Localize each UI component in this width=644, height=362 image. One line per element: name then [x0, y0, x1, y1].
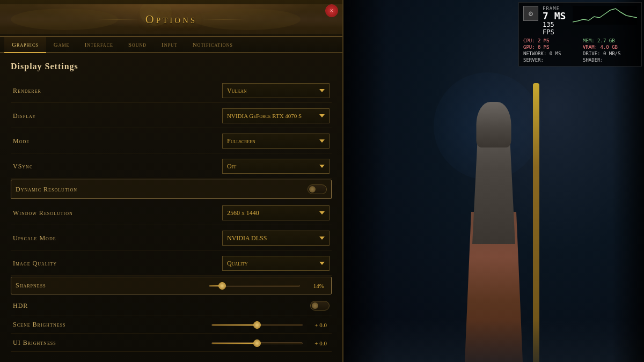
mode-arrow — [319, 139, 325, 143]
toggle-knob-hdr — [312, 302, 318, 309]
image-quality-value: Quality — [227, 260, 315, 268]
mode-dropdown[interactable]: Fullscreen — [222, 134, 330, 149]
sharpness-slider-track[interactable] — [209, 285, 300, 287]
window-resolution-label: Window Resolution — [13, 209, 99, 217]
hdr-label: HDR — [13, 302, 99, 310]
sharpness-slider-container: 14% — [209, 283, 327, 289]
dynamic-resolution-toggle[interactable] — [308, 184, 327, 194]
ui-brightness-label: UI Brightness — [13, 339, 99, 347]
display-arrow — [319, 114, 325, 117]
window-resolution-value: 2560 x 1440 — [227, 209, 315, 217]
hdr-row: HDR — [11, 297, 332, 315]
stat-gpu: GPU: 6 MS — [523, 45, 577, 50]
frame-graph — [573, 6, 637, 25]
sharpness-value: 14% — [305, 283, 324, 289]
tab-graphics[interactable]: Graphics — [4, 37, 46, 53]
renderer-value: Vulkan — [227, 87, 315, 95]
dynamic-resolution-label: Dynamic Resolution — [16, 186, 101, 194]
character-figure — [445, 51, 542, 362]
image-quality-label: Image Quality — [13, 260, 99, 268]
stat-vram: VRAM: 4.0 GB — [583, 45, 637, 50]
display-value: NVIDIA GeForce RTX 4070 S — [227, 113, 315, 119]
mode-row: Mode Fullscreen — [11, 129, 332, 153]
title-line-left — [97, 19, 140, 19]
tab-game[interactable]: Game — [46, 37, 77, 53]
image-quality-arrow — [319, 262, 325, 265]
settings-scroll[interactable]: Display Settings Renderer Vulkan Display… — [0, 53, 342, 356]
renderer-dropdown[interactable]: Vulkan — [222, 83, 330, 98]
panel-header: Options × — [0, 0, 342, 37]
scene-brightness-slider-container: + 0.0 — [211, 322, 330, 328]
vsync-arrow — [319, 165, 325, 168]
ui-brightness-row: UI Brightness + 0.0 — [11, 335, 332, 352]
dynamic-resolution-row: Dynamic Resolution — [11, 180, 332, 199]
tree-left — [343, 0, 386, 362]
title-line-right — [202, 19, 245, 19]
ui-brightness-slider-container: + 0.0 — [211, 340, 330, 346]
upscale-mode-label: Upscale Mode — [13, 234, 99, 242]
tab-input[interactable]: Input — [154, 37, 185, 53]
upscale-mode-dropdown[interactable]: NVIDIA DLSS — [222, 231, 330, 246]
sharpness-label: Sharpness — [16, 282, 101, 290]
ui-brightness-value: + 0.0 — [308, 340, 327, 346]
performance-overlay: ⚙ FRAME 7 MS 135 FPS CPU: 2 MS MEM: 2.7 … — [518, 2, 642, 67]
frame-stats: FRAME 7 MS 135 FPS — [543, 6, 568, 36]
frame-fps: 135 FPS — [543, 21, 568, 36]
sharpness-slider-thumb[interactable] — [218, 282, 226, 290]
scene-brightness-fill — [212, 324, 257, 326]
renderer-arrow — [319, 89, 325, 92]
window-resolution-row: Window Resolution 2560 x 1440 — [11, 201, 332, 225]
toggle-knob-dynamic — [309, 186, 316, 193]
window-resolution-arrow — [319, 211, 325, 215]
scene-brightness-label: Scene Brightness — [13, 321, 99, 329]
ui-brightness-slider-track[interactable] — [211, 342, 303, 344]
frame-ms: 7 MS — [543, 11, 568, 21]
tab-sound[interactable]: Sound — [121, 37, 154, 53]
display-dropdown[interactable]: NVIDIA GeForce RTX 4070 S — [222, 108, 330, 123]
gear-icon[interactable]: ⚙ — [523, 6, 538, 21]
window-resolution-dropdown[interactable]: 2560 x 1440 — [222, 205, 330, 220]
upscale-mode-value: NVIDIA DLSS — [227, 234, 315, 242]
panel-title: Options — [145, 12, 197, 26]
display-settings-title: Display Settings — [11, 62, 332, 71]
sharpness-row: Sharpness 14% — [11, 277, 332, 294]
ground-fog — [343, 319, 644, 362]
stat-network: NETWORK: 0 MS — [523, 51, 577, 56]
options-panel: Options × Graphics Game Interface Sound … — [0, 0, 343, 362]
scene-brightness-slider-track[interactable] — [211, 324, 303, 326]
svg-rect-0 — [573, 6, 637, 25]
perf-stats-grid: CPU: 2 MS MEM: 2.7 GB GPU: 6 MS VRAM: 4.… — [523, 38, 637, 63]
perf-header: ⚙ FRAME 7 MS 135 FPS — [523, 6, 637, 36]
ui-brightness-thumb[interactable] — [253, 339, 261, 347]
hdr-toggle[interactable] — [310, 301, 330, 311]
stat-server: SERVER: — [523, 57, 577, 63]
display-row: Display NVIDIA GeForce RTX 4070 S — [11, 104, 332, 128]
image-quality-dropdown[interactable]: Quality — [222, 256, 330, 271]
ui-brightness-fill — [212, 343, 257, 344]
scene-brightness-value: + 0.0 — [308, 322, 327, 328]
upscale-mode-arrow — [319, 237, 325, 240]
stat-cpu: CPU: 2 MS — [523, 38, 577, 43]
char-torso — [467, 137, 521, 244]
mode-value: Fullscreen — [227, 137, 315, 145]
scene-brightness-thumb[interactable] — [253, 321, 261, 329]
scene-brightness-row: Scene Brightness + 0.0 — [11, 316, 332, 334]
header-ornament: Options — [0, 4, 342, 34]
vsync-row: VSync Off — [11, 154, 332, 179]
renderer-label: Renderer — [13, 87, 99, 95]
renderer-row: Renderer Vulkan — [11, 79, 332, 103]
close-button[interactable]: × — [325, 4, 338, 17]
title-decoration: Options — [97, 12, 245, 26]
stat-mem: MEM: 2.7 GB — [583, 38, 637, 43]
vsync-value: Off — [227, 162, 315, 171]
char-helmet — [477, 102, 511, 147]
vsync-label: VSync — [13, 162, 99, 171]
stat-drive: DRIVE: 0 MB/S — [583, 51, 637, 56]
upscale-mode-row: Upscale Mode NVIDIA DLSS — [11, 226, 332, 250]
vsync-dropdown[interactable]: Off — [222, 159, 330, 174]
tab-notifications[interactable]: Notifications — [185, 37, 240, 53]
stat-shader: SHADER: — [583, 57, 637, 63]
mode-label: Mode — [13, 137, 99, 145]
display-label: Display — [13, 112, 99, 120]
tab-interface[interactable]: Interface — [77, 37, 120, 53]
